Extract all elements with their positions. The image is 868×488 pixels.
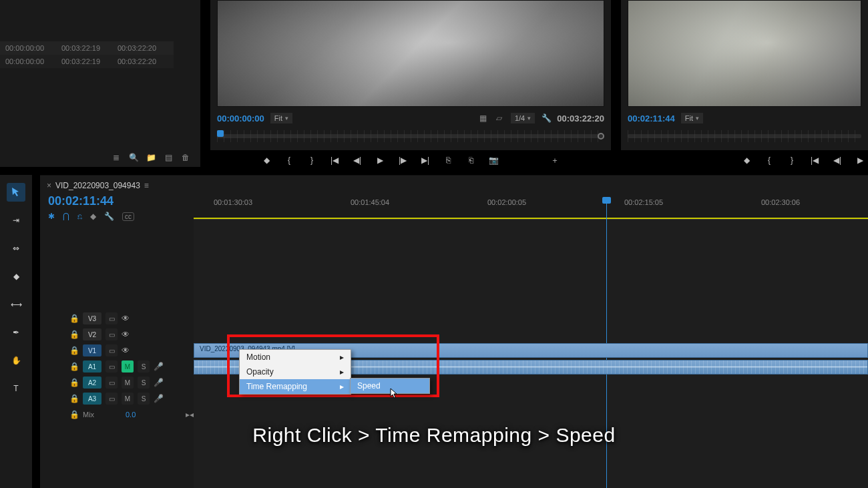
timeline-timecode[interactable]: 00:02:11:44 [48,194,114,208]
razor-tool[interactable]: ◆ [7,267,25,286]
track-mix[interactable]: 🔒Mix0.0▸◂ [67,407,194,423]
snap-icon[interactable]: ⋂ [63,212,69,221]
lock-icon[interactable]: 🔒 [69,330,79,339]
mic-icon[interactable]: 🎤 [154,378,164,387]
go-to-in-icon[interactable]: |◀ [329,155,340,166]
linked-selection-icon[interactable]: ⎌ [77,212,82,221]
toggle-sync-icon[interactable]: ▭ [105,328,118,340]
program-video[interactable] [628,0,861,107]
tab-menu-icon[interactable]: ≡ [144,181,149,190]
eye-icon[interactable]: 👁 [122,346,130,355]
track-a3[interactable]: 🔒A3▭MS🎤 [67,391,194,407]
cc-icon[interactable]: cc [122,212,134,221]
mute-button[interactable]: M [122,377,134,389]
search-icon[interactable]: 🔍 [128,152,139,163]
chevron-right-icon: ▸ [340,367,344,377]
toggle-sync-icon[interactable]: ▭ [105,393,118,405]
eye-icon[interactable]: 👁 [122,330,130,339]
solo-button[interactable]: S [138,360,150,373]
add-marker-icon[interactable]: ◆ [261,155,272,166]
insert-icon[interactable]: ⎘ [443,155,453,166]
close-icon[interactable]: × [47,181,51,190]
mic-icon[interactable]: 🎤 [154,362,164,371]
list-view-icon[interactable]: ≣ [111,152,122,163]
ripple-edit-tool[interactable]: ⇔ [7,239,25,258]
timeline-wrench-icon[interactable]: 🔧 [104,212,114,221]
lock-icon[interactable]: 🔒 [69,378,79,387]
type-tool[interactable]: T [7,379,25,398]
source-timecode[interactable]: 00:00:00:00 [217,113,264,124]
track-v2[interactable]: 🔒V2▭👁 [67,326,194,342]
lock-icon[interactable]: 🔒 [69,362,79,371]
lock-icon[interactable]: 🔒 [69,314,79,323]
menu-time-remapping[interactable]: Time Remapping▸ [240,379,351,394]
context-menu: Motion▸ Opacity▸ Time Remapping▸ [239,349,351,395]
source-res-dropdown[interactable]: 1/4▾ [510,112,535,124]
overwrite-icon[interactable]: ⎗ [465,155,476,166]
toggle-sync-icon[interactable]: ▭ [105,377,118,389]
solo-button[interactable]: S [138,393,150,405]
mark-out-icon[interactable]: } [787,155,797,166]
toggle-sync-icon[interactable]: ▭ [105,312,118,324]
lock-icon[interactable]: 🔒 [69,346,79,355]
program-transport: ◆ { } |◀ ◀| ▶ [621,152,868,168]
step-back-icon[interactable]: ◀| [352,155,363,166]
lock-icon[interactable]: 🔒 [69,394,79,403]
sequence-name: VID_20220903_094943 [55,181,140,190]
lock-icon[interactable]: 🔒 [69,410,79,419]
toggle-sync-icon[interactable]: ▭ [105,360,118,373]
selection-tool[interactable] [7,183,25,202]
track-v1[interactable]: 🔒V1▭👁 [67,342,194,358]
go-to-in-icon[interactable]: |◀ [809,155,820,166]
track-a1[interactable]: 🔒A1▭MS🎤 [67,358,194,375]
safe-margins-icon[interactable]: ▱ [494,113,505,124]
eye-icon[interactable]: 👁 [122,314,130,323]
mark-in-icon[interactable]: { [284,155,294,166]
tutorial-caption: Right Click > Time Remapping > Speed [0,424,868,447]
mic-icon[interactable]: 🎤 [154,394,164,403]
play-icon[interactable]: ▶ [375,155,385,166]
export-frame-icon[interactable]: 📷 [488,155,499,166]
nest-icon[interactable]: ✱ [48,212,55,221]
track-select-tool[interactable]: ⇥ [7,211,25,230]
track-v3[interactable]: 🔒V3▭👁 [67,310,194,326]
mark-out-icon[interactable]: } [306,155,317,166]
toggle-sync-icon[interactable]: ▭ [105,344,118,356]
col-dur: 00:03:22:20 [118,44,174,52]
step-back-icon[interactable]: ◀| [832,155,843,166]
source-scrubber[interactable] [217,130,604,142]
new-item-icon[interactable]: ▤ [163,152,174,163]
trash-icon[interactable]: 🗑 [180,152,191,163]
source-fit-dropdown[interactable]: Fit▾ [270,112,293,124]
mark-in-icon[interactable]: { [764,155,775,166]
step-forward-icon[interactable]: |▶ [397,155,408,166]
go-to-out-icon[interactable]: ▶| [420,155,431,166]
settings-icon[interactable]: ▦ [478,113,489,124]
source-video[interactable] [217,0,604,107]
program-timecode[interactable]: 00:02:11:44 [628,113,675,124]
new-bin-icon[interactable]: 📁 [146,152,156,163]
slip-tool[interactable]: ⟷ [7,295,25,314]
chevron-down-icon: ▾ [527,115,531,121]
mute-button[interactable]: M [122,393,134,405]
solo-button[interactable]: S [138,377,150,389]
hand-tool[interactable]: ✋ [7,351,25,370]
menu-motion[interactable]: Motion▸ [240,350,351,364]
project-row[interactable]: 00:00:00:00 00:03:22:19 00:03:22:20 [0,55,174,68]
program-scrubber[interactable] [628,130,861,142]
wrench-icon[interactable]: 🔧 [541,113,552,124]
sequence-tab[interactable]: × VID_20220903_094943 ≡ [47,181,149,190]
mix-value[interactable]: 0.0 [126,411,136,419]
add-marker-icon[interactable]: ◆ [741,155,752,166]
track-headers: 🔒V3▭👁 🔒V2▭👁 🔒V1▭👁 🔒A1▭MS🎤 🔒A2▭MS🎤 🔒A3▭MS… [67,310,194,423]
pen-tool[interactable]: ✒ [7,323,25,342]
marker-icon[interactable]: ◆ [90,212,96,221]
timeline-ruler[interactable]: 00:01:30:03 00:01:45:04 00:02:00:05 00:0… [194,198,868,220]
play-icon[interactable]: ▶ [855,155,865,166]
program-fit-dropdown[interactable]: Fit▾ [680,112,704,124]
mute-button[interactable]: M [122,360,134,373]
add-button-icon[interactable]: ＋ [550,155,560,166]
collapse-icon[interactable]: ▸◂ [186,410,194,419]
menu-opacity[interactable]: Opacity▸ [240,364,351,379]
track-a2[interactable]: 🔒A2▭MS🎤 [67,375,194,391]
